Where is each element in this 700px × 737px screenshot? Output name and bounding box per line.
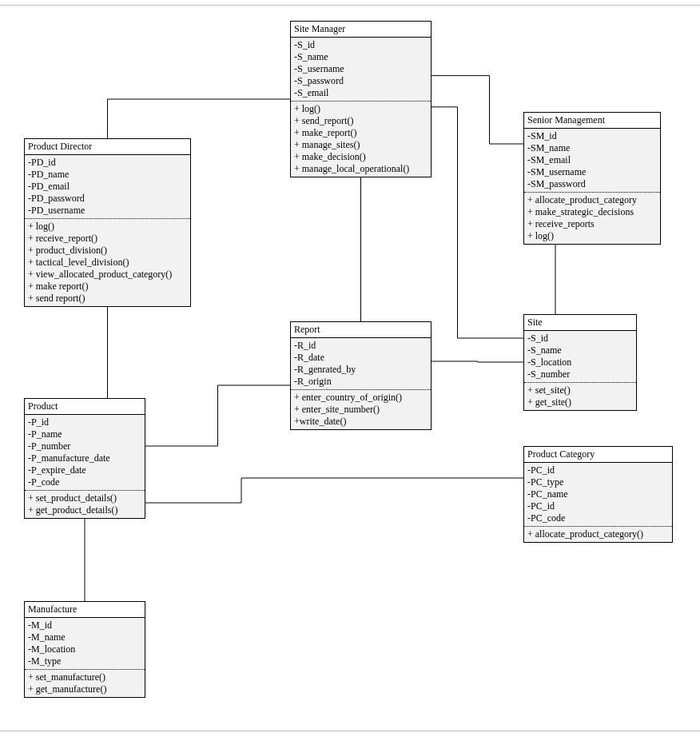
method: + get_product_details() xyxy=(28,504,141,516)
attribute: -SM_id xyxy=(527,130,657,142)
class-site: Site-S_id-S_name-S_location-S_number+ se… xyxy=(523,314,637,411)
class-title: Manufacture xyxy=(25,602,145,618)
attribute: -S_id xyxy=(527,333,633,345)
method: + set_manufacture() xyxy=(28,671,141,683)
attribute: -SM_username xyxy=(527,166,657,178)
method: + view_allocated_product_category() xyxy=(28,269,187,281)
class-title: Senior Management xyxy=(524,113,660,129)
attribute: -PD_username xyxy=(28,205,187,217)
attribute: -P_expire_date xyxy=(28,464,141,476)
class-methods: + set_manufacture()+ get_manufacture() xyxy=(25,670,145,697)
class-methods: + set_product_details()+ get_product_det… xyxy=(25,491,145,518)
method: + log() xyxy=(294,103,428,115)
attribute: -R_id xyxy=(294,340,428,352)
attribute: -PD_email xyxy=(28,181,187,193)
method: + allocate_product_category() xyxy=(527,528,669,540)
separator-top xyxy=(0,5,700,6)
class-title: Site Manager xyxy=(291,22,431,38)
class-methods: + allocate_product_category+ make_strate… xyxy=(524,193,660,244)
class-methods: + enter_country_of_origin()+ enter_site_… xyxy=(291,390,431,429)
attribute: -M_type xyxy=(28,655,141,667)
method: + get_site() xyxy=(527,396,633,408)
class-title: Product xyxy=(25,399,145,415)
attribute: -R_date xyxy=(294,352,428,364)
attribute: -M_name xyxy=(28,631,141,643)
attribute: -SM_name xyxy=(527,142,657,154)
attribute: -P_id xyxy=(28,416,141,428)
class-methods: + log()+ receive_report()+ product_divis… xyxy=(25,219,190,306)
method: + get_manufacture() xyxy=(28,683,141,695)
class-title: Product Director xyxy=(25,139,190,155)
method: + receive_report() xyxy=(28,233,187,245)
class-attributes: -SM_id-SM_name-SM_email-SM_username-SM_p… xyxy=(524,129,660,193)
class-manufacture: Manufacture-M_id-M_name-M_location-M_typ… xyxy=(24,601,145,698)
class-attributes: -M_id-M_name-M_location-M_type xyxy=(25,618,145,670)
class-methods: + log()+ send_report()+ make_report()+ m… xyxy=(291,102,431,177)
method: + enter_site_number() xyxy=(294,404,428,416)
class-siteManager: Site Manager-S_id-S_name-S_username-S_pa… xyxy=(290,21,432,177)
class-attributes: -R_id-R_date-R_genrated_by-R_origin xyxy=(291,338,431,390)
class-attributes: -PC_id-PC_type-PC_name-PC_id-PC_code xyxy=(524,463,672,527)
class-attributes: -S_id-S_name-S_location-S_number xyxy=(524,331,636,383)
attribute: -PC_type xyxy=(527,476,669,488)
method: + make report() xyxy=(28,281,187,293)
attribute: -PD_password xyxy=(28,193,187,205)
attribute: -R_genrated_by xyxy=(294,364,428,376)
method: + log() xyxy=(28,221,187,233)
method: +write_date() xyxy=(294,416,428,428)
attribute: -R_origin xyxy=(294,376,428,388)
method: + make_report() xyxy=(294,127,428,139)
method: + make_decision() xyxy=(294,151,428,163)
attribute: -PC_code xyxy=(527,512,669,524)
method: + set_product_details() xyxy=(28,492,141,504)
class-productCategory: Product Category-PC_id-PC_type-PC_name-P… xyxy=(523,446,673,543)
method: + send_report() xyxy=(294,115,428,127)
attribute: -P_name xyxy=(28,428,141,440)
class-seniorManagement: Senior Management-SM_id-SM_name-SM_email… xyxy=(523,112,661,245)
uml-canvas: Site Manager-S_id-S_name-S_username-S_pa… xyxy=(0,0,700,737)
class-report: Report-R_id-R_date-R_genrated_by-R_origi… xyxy=(290,321,432,430)
method: + tactical_level_division() xyxy=(28,257,187,269)
class-attributes: -PD_id-PD_name-PD_email-PD_password-PD_u… xyxy=(25,155,190,219)
attribute: -S_id xyxy=(294,39,428,51)
attribute: -M_id xyxy=(28,619,141,631)
attribute: -PC_id xyxy=(527,464,669,476)
class-methods: + allocate_product_category() xyxy=(524,527,672,542)
class-title: Product Category xyxy=(524,447,672,463)
attribute: -P_number xyxy=(28,440,141,452)
class-attributes: -S_id-S_name-S_username-S_password-S_ema… xyxy=(291,38,431,102)
attribute: -SM_email xyxy=(527,154,657,166)
method: + product_division() xyxy=(28,245,187,257)
attribute: -PC_name xyxy=(527,488,669,500)
class-title: Report xyxy=(291,322,431,338)
method: + manage_local_operational() xyxy=(294,163,428,175)
separator-bottom xyxy=(0,731,700,731)
class-methods: + set_site()+ get_site() xyxy=(524,383,636,410)
attribute: -S_password xyxy=(294,75,428,87)
method: + allocate_product_category xyxy=(527,194,657,206)
attribute: -PC_id xyxy=(527,500,669,512)
attribute: -PD_name xyxy=(28,169,187,181)
attribute: -M_location xyxy=(28,643,141,655)
attribute: -SM_password xyxy=(527,178,657,190)
attribute: -S_email xyxy=(294,87,428,99)
class-title: Site xyxy=(524,315,636,331)
class-product: Product-P_id-P_name-P_number-P_manufactu… xyxy=(24,398,145,519)
attribute: -P_code xyxy=(28,476,141,488)
attribute: -P_manufacture_date xyxy=(28,452,141,464)
attribute: -S_number xyxy=(527,368,633,380)
method: + enter_country_of_origin() xyxy=(294,392,428,404)
method: + log() xyxy=(527,230,657,242)
method: + set_site() xyxy=(527,384,633,396)
attribute: -PD_id xyxy=(28,157,187,169)
class-attributes: -P_id-P_name-P_number-P_manufacture_date… xyxy=(25,415,145,491)
method: + make_strategic_decisions xyxy=(527,206,657,218)
class-productDirector: Product Director-PD_id-PD_name-PD_email-… xyxy=(24,138,191,307)
method: + receive_reports xyxy=(527,218,657,230)
attribute: -S_location xyxy=(527,357,633,368)
method: + send report() xyxy=(28,293,187,305)
method: + manage_sites() xyxy=(294,139,428,151)
attribute: -S_name xyxy=(294,51,428,63)
attribute: -S_username xyxy=(294,63,428,75)
attribute: -S_name xyxy=(527,345,633,357)
